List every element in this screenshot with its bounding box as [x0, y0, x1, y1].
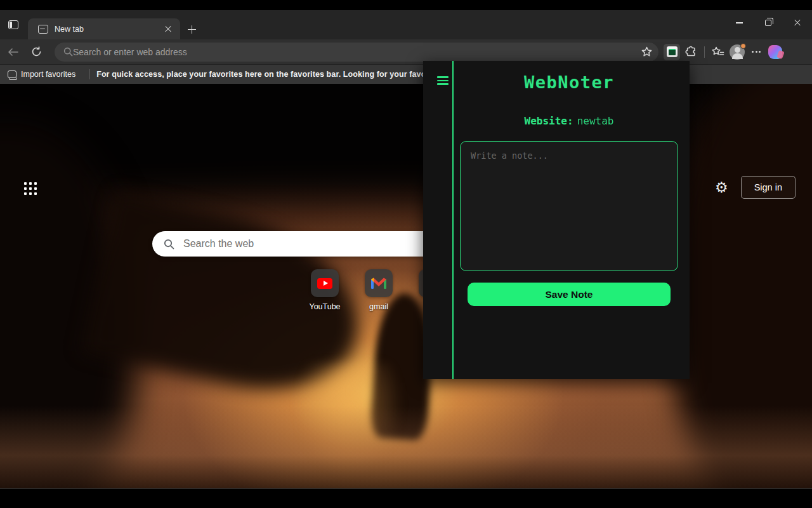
sign-in-button[interactable]: Sign in: [741, 176, 796, 199]
new-tab-page-icon: [38, 25, 48, 34]
tab-title: New tab: [55, 25, 162, 34]
quick-link-youtube[interactable]: YouTube: [311, 269, 339, 311]
title-bar: New tab: [0, 10, 812, 39]
website-line: Website:newtab: [525, 115, 614, 127]
tab-close-button[interactable]: [162, 23, 174, 35]
import-favorites-label: Import favorites: [21, 70, 75, 79]
search-icon: [164, 239, 174, 250]
minimize-icon: [736, 22, 743, 23]
profile-notification-dot: [740, 43, 746, 49]
quick-link-label: YouTube: [309, 302, 340, 311]
favorites-hint-text: For quick access, place your favorites h…: [96, 70, 448, 79]
address-input[interactable]: [73, 47, 641, 57]
back-arrow-icon: [8, 47, 19, 57]
popup-sidebar: [423, 61, 454, 379]
background-sun-reflection: [266, 363, 431, 488]
popup-main: WebNoter Website:newtab Save Note: [454, 61, 690, 379]
import-favorites-button[interactable]: Import favorites: [0, 65, 83, 84]
webnoter-extension-icon: [667, 46, 678, 57]
gmail-tile: [365, 269, 393, 297]
plus-icon: [188, 25, 196, 34]
apps-grid-button[interactable]: [22, 180, 39, 197]
maximize-button[interactable]: [754, 10, 783, 36]
webnoter-extension-button[interactable]: [664, 44, 680, 60]
popup-title: WebNoter: [524, 72, 614, 92]
extensions-button[interactable]: [683, 44, 699, 60]
browser-window: New tab: [0, 10, 812, 489]
webnoter-popup: WebNoter Website:newtab Save Note: [423, 61, 690, 379]
website-value: newtab: [577, 115, 614, 127]
save-note-button[interactable]: Save Note: [468, 283, 671, 306]
quick-link-gmail[interactable]: gmail: [365, 269, 393, 311]
note-textarea[interactable]: [460, 141, 678, 271]
youtube-tile: [311, 269, 339, 297]
favorite-star-icon[interactable]: [641, 46, 652, 57]
settings-more-button[interactable]: [748, 44, 764, 60]
toolbar-divider: [704, 46, 705, 58]
youtube-icon: [317, 278, 332, 289]
import-favorites-icon: [8, 70, 16, 78]
copilot-button[interactable]: [767, 44, 783, 60]
new-tab-button[interactable]: [185, 23, 198, 36]
favorites-button[interactable]: [710, 44, 726, 60]
gmail-icon: [370, 277, 387, 290]
close-window-button[interactable]: [783, 10, 812, 36]
refresh-button[interactable]: [27, 43, 46, 62]
minimize-button[interactable]: [724, 10, 754, 36]
favorites-hub-icon: [712, 46, 724, 58]
new-tab-page: ⚙ Sign in YouTube: [0, 84, 812, 488]
search-icon: [63, 47, 73, 57]
ellipsis-icon: [752, 51, 761, 53]
close-icon: [794, 20, 801, 26]
profile-button[interactable]: [729, 44, 745, 60]
website-label: Website:: [525, 115, 573, 127]
back-button[interactable]: [4, 43, 23, 62]
close-icon: [165, 26, 171, 32]
background-beach-sand: [0, 406, 812, 488]
favorites-bar: Import favorites For quick access, place…: [0, 64, 812, 84]
menu-hamburger-icon[interactable]: [437, 76, 449, 85]
profile-avatar: [730, 44, 745, 60]
tab-actions-icon: [8, 20, 18, 29]
screen: New tab: [0, 0, 812, 508]
window-controls: [724, 10, 812, 36]
navigation-toolbar: [0, 39, 812, 64]
favorites-bar-divider: [89, 69, 90, 79]
quick-link-label: gmail: [369, 302, 388, 311]
toolbar-right-icons: [664, 44, 783, 60]
page-settings-gear-icon[interactable]: ⚙: [715, 180, 728, 195]
copilot-icon: [768, 45, 782, 59]
puzzle-icon: [685, 46, 697, 58]
restore-icon: [765, 20, 771, 26]
tab-actions-menu-button[interactable]: [6, 18, 20, 31]
tab-new-tab[interactable]: New tab: [28, 18, 180, 39]
refresh-icon: [31, 46, 42, 57]
page-top-right: ⚙ Sign in: [715, 176, 796, 199]
background-rock-left: [0, 122, 140, 488]
address-bar[interactable]: [55, 43, 658, 62]
